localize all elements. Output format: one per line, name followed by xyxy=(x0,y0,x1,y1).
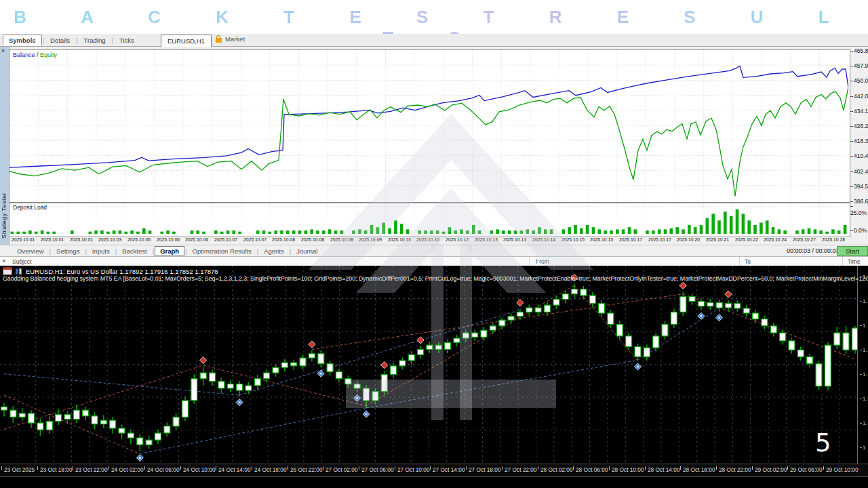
candlestick-icon[interactable] xyxy=(15,268,22,275)
price-scale-label: 1. xyxy=(860,420,867,426)
top-strip: B A C K T E S T R E S U L T S xyxy=(0,0,868,34)
tester-tab-bar: Overview|Settings|Inputs|Backtest|Graph|… xyxy=(0,245,868,256)
tab-ticks[interactable]: Ticks xyxy=(114,35,140,45)
sell-marker-icon xyxy=(417,337,424,344)
time-label: 28 Oct 14:00 xyxy=(645,466,680,473)
buy-marker-icon xyxy=(363,411,370,418)
date-label: 2025.10.15 xyxy=(558,237,588,242)
price-scale-label: 1. xyxy=(860,298,867,304)
time-label: 28 Oct 06:00 xyxy=(573,466,608,473)
tester-tab-graph[interactable]: Graph xyxy=(155,246,184,256)
market-status: Market xyxy=(216,35,245,43)
deposit-load-svg xyxy=(9,203,848,235)
price-scale[interactable]: 1.1.1.1.1.1.1.1. xyxy=(857,266,868,464)
chart-header: EURUSD,H1: Euro vs US Dollar 1.17892 1.1… xyxy=(3,267,218,275)
tester-tab-settings[interactable]: Settings xyxy=(52,247,84,256)
balance-equity-svg xyxy=(9,50,848,201)
date-label: 2025.10.10 xyxy=(384,237,414,242)
buy-marker-icon xyxy=(634,363,641,370)
tab-separator: | xyxy=(43,37,44,44)
date-label: 2025.10.27 xyxy=(789,237,819,242)
time-label: 28 Oct 10:00 xyxy=(609,466,644,473)
y-axis-label: 442.0 xyxy=(850,93,868,100)
time-label: 24 Oct 06:00 xyxy=(144,466,180,473)
tab-eurusd-h1[interactable]: EURUSD,H1 xyxy=(161,35,212,47)
date-label: 2025.10.08 xyxy=(327,237,357,242)
tab-trading[interactable]: Trading xyxy=(79,35,111,45)
buy-marker-icon xyxy=(136,454,143,461)
close-icon[interactable]: × xyxy=(1,47,5,54)
time-label: 28 Oct 22:00 xyxy=(716,466,751,473)
date-label: 2025.10.06 xyxy=(153,237,183,242)
price-scale-label: 1. xyxy=(860,347,867,353)
symbol-ohlc-line: EURUSD,H1: Euro vs US Dollar 1.17892 1.1… xyxy=(26,268,218,275)
tester-tab-backtest[interactable]: Backtest xyxy=(117,247,151,256)
close-icon[interactable]: × xyxy=(2,258,5,264)
page-number: 5 xyxy=(815,428,831,458)
document-tab-bar: Symbols|Details|Trading|Ticks EURUSD,H1 … xyxy=(0,34,868,47)
date-label: 2025.10.06 xyxy=(182,237,212,242)
time-label: 26 Oct 22:00 xyxy=(288,466,323,473)
date-label: 2025.10.14 xyxy=(529,237,559,242)
date-label: 2025.10.21 xyxy=(703,237,732,242)
tab-separator: | xyxy=(76,37,77,44)
time-label: 24 Oct 10:00 xyxy=(180,466,216,473)
tester-tab-inputs[interactable]: Inputs xyxy=(87,247,115,256)
date-axis: 2025.10.012025.10.012025.10.012025.10.03… xyxy=(9,237,849,244)
time-label: 27 Oct 18:00 xyxy=(466,466,501,473)
date-label: 2025.10.08 xyxy=(269,237,298,242)
filter-divider xyxy=(529,257,530,266)
legend-separator: / xyxy=(35,52,41,58)
ea-parameters-line: Gaodding Balanced hedging system MT5 EA … xyxy=(3,275,868,282)
tester-tab-optimization-results[interactable]: Optimization Results xyxy=(188,247,256,256)
axis-divider xyxy=(0,476,868,476)
time-label: 27 Oct 02:00 xyxy=(323,466,358,473)
time-label: 27 Oct 22:00 xyxy=(502,466,537,473)
tab-details[interactable]: Details xyxy=(45,35,75,45)
time-label: 24 Oct 02:00 xyxy=(108,466,144,473)
tester-tab-overview[interactable]: Overview xyxy=(12,247,49,256)
filter-divider xyxy=(739,257,740,266)
deposit-load-plot[interactable]: Deposit Load xyxy=(9,203,850,237)
time-axis[interactable]: 23 Oct 202523 Oct 18:0023 Oct 22:0024 Oc… xyxy=(0,464,868,476)
date-label: 2025.10.12 xyxy=(442,237,472,242)
y-axis-label: 394.5 xyxy=(850,183,868,190)
date-label: 2025.10.20 xyxy=(673,237,703,242)
date-label: 2025.10.07 xyxy=(211,237,241,242)
filter-time[interactable]: Time xyxy=(848,258,861,265)
strategy-tester-sidebar: × Strategy Tester xyxy=(0,47,9,266)
market-label: Market xyxy=(225,35,245,43)
tab-separator: | xyxy=(85,247,86,255)
y-axis-label: 465.8 xyxy=(850,47,868,54)
start-button[interactable]: Start xyxy=(837,246,868,256)
sell-marker-icon xyxy=(725,291,732,298)
date-label: 2025.10.01 xyxy=(37,237,67,242)
time-label: 28 Oct 02:00 xyxy=(538,466,573,473)
tab-symbols[interactable]: Symbols xyxy=(3,35,42,46)
candlestick-chart-svg xyxy=(0,266,857,464)
buy-marker-icon xyxy=(716,314,723,321)
balance-y-axis: 465.8457.9450.0442.0434.1426.2418.3410.4… xyxy=(850,50,868,206)
elapsed-time: 00:00:03 / 00:00:03 xyxy=(787,247,840,254)
buy-marker-icon xyxy=(236,399,243,406)
date-label: 2025.10.10 xyxy=(413,237,443,242)
deposit-load-label: Deposit Load xyxy=(13,204,47,211)
date-label: 2025.10.22 xyxy=(732,237,762,242)
filter-subject[interactable]: Subject xyxy=(12,258,31,265)
filter-to[interactable]: To xyxy=(745,258,751,265)
balance-equity-plot[interactable]: Balance / Equity xyxy=(9,49,850,203)
tab-separator: | xyxy=(185,247,186,255)
time-label: 24 Oct 14:00 xyxy=(216,466,251,473)
mt5-price-chart[interactable]: EURUSD,H1: Euro vs US Dollar 1.17892 1.1… xyxy=(0,266,868,488)
filter-from[interactable]: From xyxy=(536,258,549,265)
deposit-min-label: 0.0% xyxy=(850,227,867,234)
tab-separator: | xyxy=(111,37,113,44)
y-axis-label: 457.9 xyxy=(850,62,868,69)
chart-legend: Balance / Equity xyxy=(13,52,57,58)
tab-separator: | xyxy=(50,247,51,255)
date-label: 2025.10.17 xyxy=(616,237,646,242)
tester-tab-journal[interactable]: Journal xyxy=(292,247,322,256)
date-label: 2025.10.07 xyxy=(240,237,270,242)
tester-tab-agents[interactable]: Agents xyxy=(259,247,289,256)
table-icon[interactable] xyxy=(3,267,12,275)
